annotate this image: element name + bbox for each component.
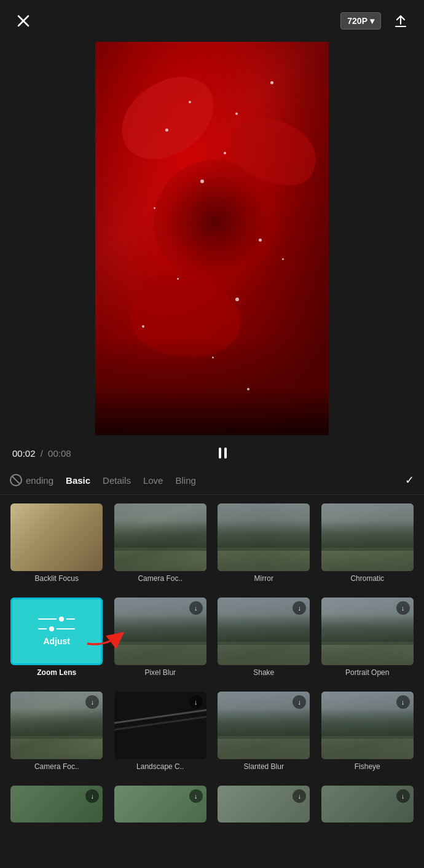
filter-portrait-open[interactable]: ↓ Portrait Open — [316, 594, 420, 683]
filter-thumb-fisheye: ↓ — [321, 692, 414, 759]
filter-thumb-partial-3: ↓ — [218, 786, 310, 823]
total-time: 00:08 — [48, 448, 71, 459]
filter-thumb-chromatic — [321, 503, 414, 571]
filter-label-slanted-blur: Slanted Blur — [244, 762, 284, 771]
filter-label-pixel-blur: Pixel Blur — [144, 668, 176, 677]
download-icon: ↓ — [292, 789, 306, 803]
filter-thumb-slanted-blur: ↓ — [218, 692, 310, 759]
video-preview[interactable] — [95, 42, 329, 435]
no-filter-line — [12, 476, 20, 484]
filter-shake[interactable]: ↓ Shake — [212, 594, 316, 683]
filter-thumb-partial-4: ↓ — [321, 786, 414, 823]
tab-bling[interactable]: Bling — [175, 475, 195, 486]
filter-label-fisheye: Fisheye — [355, 762, 380, 771]
pause-bar-right — [224, 448, 227, 459]
filter-label-mirror: Mirror — [254, 574, 273, 583]
chevron-down-icon: ▾ — [370, 16, 374, 26]
video-container — [0, 42, 424, 440]
filter-pixel-blur[interactable]: ↓ Pixel Blur — [109, 594, 213, 683]
filter-thumb-portrait-open: ↓ — [321, 598, 414, 665]
filter-label-camera-foc: Camera Foc.. — [138, 574, 183, 583]
filter-grid-row1: Backlit Focus Camera Foc.. Mirror Chroma… — [0, 495, 424, 594]
filter-chromatic[interactable]: Chromatic — [316, 500, 420, 589]
filter-camera-foc2[interactable]: ↓ Camera Foc.. — [5, 688, 109, 777]
filter-thumb-adjust: Adjust — [10, 598, 103, 665]
filter-thumb-partial-2: ↓ — [114, 786, 206, 823]
time-display: 00:02 / 00:08 — [12, 448, 71, 459]
app-header: 720P ▾ — [0, 0, 424, 42]
download-icon: ↓ — [85, 789, 99, 803]
filter-fisheye[interactable]: ↓ Fisheye — [316, 688, 420, 777]
filter-thumb-partial-1: ↓ — [10, 786, 103, 823]
filter-partial-3[interactable]: ↓ — [212, 782, 316, 829]
filter-partial-4[interactable]: ↓ — [316, 782, 420, 829]
filter-label-backlit-focus: Backlit Focus — [35, 574, 79, 583]
adjust-sliders-icon — [38, 617, 75, 631]
tab-details[interactable]: Details — [103, 475, 131, 486]
filter-label-zoom-lens: Zoom Lens — [37, 668, 76, 677]
download-icon: ↓ — [189, 789, 203, 803]
quality-selector[interactable]: 720P ▾ — [340, 12, 381, 30]
filter-label-camera-foc2: Camera Foc.. — [34, 762, 79, 771]
download-icon: ↓ — [396, 789, 410, 803]
filter-zoom-lens[interactable]: Adjust Zoom Lens — [5, 594, 109, 683]
no-filter-label: ending — [26, 475, 53, 486]
filter-backlit-focus[interactable]: Backlit Focus — [5, 500, 109, 589]
filter-partial-2[interactable]: ↓ — [109, 782, 213, 829]
no-filter-button[interactable]: ending — [10, 474, 53, 486]
filter-thumb-camera-foc — [114, 503, 206, 571]
filter-mirror[interactable]: Mirror — [212, 500, 316, 589]
tab-love[interactable]: Love — [143, 475, 163, 486]
filter-grid-row3: ↓ Camera Foc.. ↓ Landscape C.. ↓ Slanted… — [0, 688, 424, 782]
filter-camera-foc[interactable]: Camera Foc.. — [109, 500, 213, 589]
pause-button[interactable] — [219, 448, 227, 459]
filter-grid-row4-partial: ↓ ↓ ↓ ↓ — [0, 782, 424, 829]
upload-icon — [393, 13, 409, 29]
close-icon — [16, 14, 31, 28]
download-icon: ↓ — [189, 695, 203, 709]
filter-tabs: ending Basic Details Love Bling ✓ — [0, 466, 424, 495]
filter-thumb-pixel-blur: ↓ — [114, 598, 206, 665]
filter-grid-row2: Adjust Zoom Lens ↓ Pixel Blur — [0, 594, 424, 688]
filter-thumb-mirror — [218, 503, 310, 571]
filter-thumb-landscape-c: ↓ — [114, 692, 206, 759]
tab-basic[interactable]: Basic — [66, 475, 90, 486]
pause-bar-left — [219, 448, 221, 459]
filter-label-chromatic: Chromatic — [350, 574, 384, 583]
filter-label-landscape-c: Landscape C.. — [136, 762, 184, 771]
download-icon: ↓ — [189, 601, 203, 615]
header-right: 720P ▾ — [340, 10, 412, 32]
filter-label-portrait-open: Portrait Open — [345, 668, 389, 677]
filter-slanted-blur[interactable]: ↓ Slanted Blur — [212, 688, 316, 777]
filter-label-shake: Shake — [253, 668, 274, 677]
filter-thumb-backlit-focus — [10, 503, 103, 571]
download-icon: ↓ — [396, 695, 410, 709]
no-filter-icon — [10, 474, 22, 486]
close-button[interactable] — [12, 10, 34, 32]
upload-button[interactable] — [390, 10, 412, 32]
quality-label: 720P — [347, 16, 367, 26]
filter-partial-1[interactable]: ↓ — [5, 782, 109, 829]
filter-landscape-c[interactable]: ↓ Landscape C.. — [109, 688, 213, 777]
filter-thumb-shake: ↓ — [218, 598, 310, 665]
confirm-button[interactable]: ✓ — [405, 473, 414, 487]
current-time: 00:02 — [12, 448, 36, 459]
time-separator: / — [41, 448, 45, 459]
download-icon: ↓ — [396, 601, 410, 615]
adjust-label: Adjust — [43, 636, 70, 646]
dew-drops — [95, 42, 329, 435]
playback-bar: 00:02 / 00:08 — [0, 440, 424, 466]
filter-thumb-camera-foc2: ↓ — [10, 692, 103, 759]
